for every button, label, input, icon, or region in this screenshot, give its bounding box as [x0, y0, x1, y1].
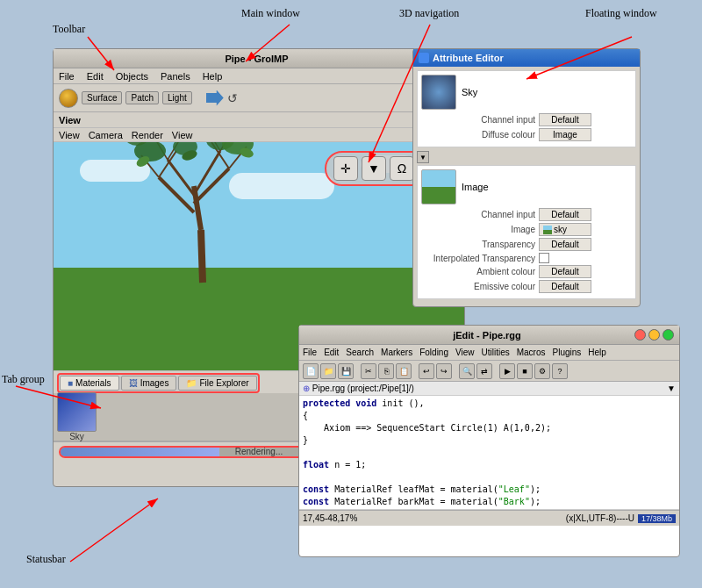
code-materialref1: MaterialRef leafMat = material(	[334, 484, 498, 496]
ambient-colour-label: Ambient colour	[421, 267, 535, 276]
material-sky-label: Sky	[69, 432, 84, 441]
code-end2: );	[530, 496, 541, 508]
interp-transparency-checkbox[interactable]	[539, 253, 549, 263]
attr-row-diffuse: Diffuse colour Image	[421, 128, 632, 141]
jedit-menu-file[interactable]: File	[303, 348, 317, 357]
jedit-menu-search[interactable]: Search	[346, 348, 374, 357]
code-init: init (),	[382, 398, 424, 410]
attr-section-sky-header: Sky	[421, 75, 632, 110]
diffuse-colour-label: Diffuse colour	[421, 130, 535, 140]
jedit-menu-help[interactable]: Help	[588, 348, 606, 357]
channel-input-value[interactable]: Default	[539, 113, 591, 126]
toolbar-annotation: Toolbar	[53, 23, 85, 36]
nav-orbit-button[interactable]: Ω	[390, 156, 414, 181]
surface-button[interactable]: Surface	[82, 91, 122, 104]
attribute-editor-titlebar: Attribute Editor	[413, 49, 640, 67]
image-value[interactable]: sky	[539, 223, 591, 236]
menu-file[interactable]: File	[57, 71, 76, 82]
light-button[interactable]: Light	[162, 91, 192, 104]
svg-line-2	[159, 177, 194, 212]
jedit-menu-plugins[interactable]: Plugins	[553, 348, 582, 357]
view-panel-title: View	[59, 115, 81, 125]
nav-3d-annotation: 3D navigation	[399, 7, 459, 20]
jedit-editor[interactable]: protected void init (), { Axiom ==> Sequ…	[299, 396, 679, 510]
tab-images-label: Images	[140, 378, 169, 388]
jedit-open-btn[interactable]: 📁	[320, 363, 336, 379]
code-line-6: float n = 1;	[303, 459, 676, 471]
channel-input-value-2[interactable]: Default	[539, 208, 591, 221]
jedit-undo-btn[interactable]: ↩	[419, 363, 434, 379]
interp-transparency-label: Interpolated Transparency	[421, 254, 535, 263]
jedit-save-btn[interactable]: 💾	[338, 363, 354, 379]
jedit-search-btn[interactable]: 🔍	[459, 363, 475, 379]
attr-content: Sky Channel input Default Diffuse colour…	[413, 67, 640, 306]
tab-file-explorer[interactable]: 📁 File Explorer	[178, 376, 256, 391]
jedit-paste-btn[interactable]: 📋	[396, 363, 412, 379]
menu-help[interactable]: Help	[201, 71, 225, 82]
kw-float: float	[303, 459, 329, 471]
jedit-status-memory: 17/38Mb	[638, 514, 676, 523]
attribute-editor-title: Attribute Editor	[433, 53, 504, 63]
attr-row-ambient: Ambient colour Default	[421, 265, 632, 278]
folder-icon: 📁	[186, 378, 197, 388]
channel-input-label: Channel input	[421, 115, 535, 125]
jedit-path-link[interactable]: ⊕	[303, 384, 310, 393]
jedit-cut-btn[interactable]: ✂	[361, 363, 376, 379]
progress-fill	[61, 448, 219, 456]
transparency-value[interactable]: Default	[539, 238, 591, 251]
attr-section-image-header: Image	[421, 169, 632, 204]
jedit-menu-folding[interactable]: Folding	[419, 348, 448, 357]
jedit-menu-utilities[interactable]: Utilities	[481, 348, 509, 357]
jedit-help-btn[interactable]: ?	[552, 363, 568, 379]
main-window-titlebar: Pipe - GroIMP	[54, 49, 464, 68]
jedit-replace-btn[interactable]: ⇄	[476, 363, 492, 379]
images-icon: 🖼	[129, 378, 138, 388]
menu-objects[interactable]: Objects	[114, 71, 150, 82]
kw-const2: const	[303, 496, 329, 508]
menu-edit[interactable]: Edit	[85, 71, 105, 82]
code-line-8: const MaterialRef leafMat = material("Le…	[303, 484, 676, 496]
jedit-copy-btn[interactable]: ⎘	[378, 363, 394, 379]
nav-move-button[interactable]: ✛	[333, 156, 358, 181]
kw-void: void	[355, 398, 376, 410]
jedit-stop-btn[interactable]: ■	[517, 363, 533, 379]
main-menubar: File Edit Objects Panels Help	[54, 68, 464, 84]
jedit-close-button[interactable]	[634, 329, 646, 341]
main-window-title: Pipe - GroIMP	[94, 54, 419, 64]
view-menu-view2[interactable]: View	[172, 130, 193, 140]
image-icon	[543, 226, 552, 234]
jedit-path-dropdown[interactable]: ▼	[667, 384, 676, 393]
nav-down-button[interactable]: ▼	[362, 156, 386, 181]
tab-images[interactable]: 🖼 Images	[121, 376, 177, 391]
play-arrow-icon[interactable]	[206, 90, 224, 106]
tab-materials[interactable]: ■ Materials	[60, 376, 119, 391]
rendering-label: Rendering...	[235, 447, 283, 456]
jedit-menu-view[interactable]: View	[455, 348, 475, 357]
code-brace-open: {	[303, 410, 308, 422]
code-materialref2: MaterialRef barkMat = material(	[334, 496, 498, 508]
view-menu-render[interactable]: Render	[132, 130, 163, 140]
diffuse-colour-value[interactable]: Image	[539, 128, 591, 141]
code-line-9: const MaterialRef barkMat = material("Ba…	[303, 496, 676, 508]
jedit-max-button[interactable]	[663, 329, 674, 341]
jedit-redo-btn[interactable]: ↪	[436, 363, 452, 379]
emissive-colour-value[interactable]: Default	[539, 280, 591, 293]
dropdown-toggle[interactable]: ▼	[417, 151, 429, 163]
toolbar-ball-icon	[59, 89, 78, 108]
patch-button[interactable]: Patch	[125, 91, 159, 104]
jedit-menu-macros[interactable]: Macros	[517, 348, 546, 357]
menu-panels[interactable]: Panels	[159, 71, 192, 82]
jedit-menu-markers[interactable]: Markers	[381, 348, 412, 357]
rotate-icon[interactable]: ↺	[227, 91, 238, 105]
jedit-status-right: (x|XL,UTF-8)----U 17/38Mb	[566, 513, 676, 523]
ambient-colour-value[interactable]: Default	[539, 265, 591, 278]
jedit-min-button[interactable]	[648, 329, 660, 341]
attr-row-interp-transparency: Interpolated Transparency	[421, 253, 632, 263]
jedit-menu-edit[interactable]: Edit	[324, 348, 339, 357]
view-menu-camera[interactable]: Camera	[89, 130, 123, 140]
jedit-settings-btn[interactable]: ⚙	[534, 363, 550, 379]
jedit-compile-btn[interactable]: ▶	[499, 363, 515, 379]
attr-row-channel: Channel input Default	[421, 113, 632, 126]
jedit-new-btn[interactable]: 📄	[303, 363, 319, 379]
view-menu-view[interactable]: View	[59, 130, 80, 140]
